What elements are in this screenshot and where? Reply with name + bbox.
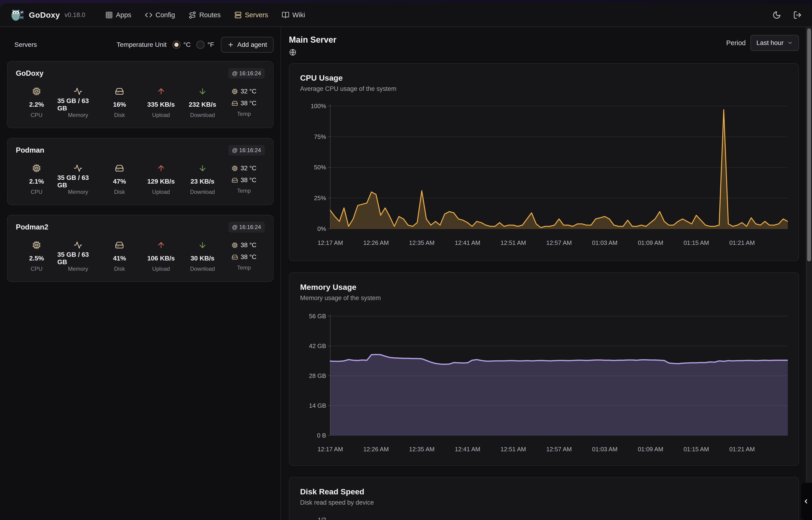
book-open-icon [282, 11, 289, 19]
servers-sidebar: Servers Temperature Unit °C °F Add agent [0, 27, 281, 520]
server-card[interactable]: Podman2 @ 16:16:24 2.5% CPU 35 GB / 63 G… [7, 215, 274, 282]
server-card[interactable]: Podman @ 16:16:24 2.1% CPU 35 GB / 63 GB… [7, 138, 274, 205]
svg-text:01:15 AM: 01:15 AM [683, 239, 709, 246]
radio-fahrenheit[interactable]: °F [196, 41, 214, 49]
disk-temp-value: 38 °C [241, 100, 256, 107]
nav-item-wiki[interactable]: Wiki [282, 11, 305, 19]
hard-drive-icon [232, 254, 238, 260]
server-card[interactable]: GoDoxy @ 16:16:24 2.2% CPU 35 GB / 63 GB… [7, 61, 274, 128]
theme-toggle-button[interactable] [773, 11, 781, 19]
svg-text:50%: 50% [314, 164, 326, 171]
add-agent-button[interactable]: Add agent [221, 37, 274, 53]
activity-icon [74, 239, 82, 251]
cpu-value: 2.5% [29, 254, 44, 262]
nav-item-config[interactable]: Config [145, 11, 175, 19]
sidebar-controls: Temperature Unit °C °F Add agent [117, 37, 274, 53]
stat-memory: 35 GB / 63 GB Memory [57, 86, 99, 119]
svg-text:12:51 AM: 12:51 AM [501, 239, 526, 246]
server-card-header: Podman2 @ 16:16:24 [16, 222, 265, 233]
svg-text:12:57 AM: 12:57 AM [547, 239, 572, 246]
svg-text:14 GB: 14 GB [309, 402, 326, 409]
arrow-up-icon [157, 86, 166, 97]
stat-download: 23 KB/s Download [182, 163, 223, 195]
main-header-left: Main Server [289, 35, 336, 57]
memory-label: Memory [68, 112, 88, 119]
cpu-usage-title: CPU Usage [300, 73, 788, 82]
stat-download: 232 KB/s Download [182, 86, 223, 119]
cpu-chip-icon [32, 86, 41, 97]
download-value: 232 KB/s [189, 101, 216, 109]
svg-text:0 B: 0 B [317, 432, 326, 439]
cpu-chip-icon [232, 88, 238, 95]
svg-text:12:17 AM: 12:17 AM [317, 446, 343, 453]
route-icon [189, 11, 196, 19]
cpu-value: 2.2% [29, 101, 44, 109]
disk-value: 47% [113, 178, 126, 185]
main-nav: Apps Config Routes Servers Wiki [105, 11, 305, 19]
svg-text:12:51 AM: 12:51 AM [501, 446, 526, 453]
arrow-down-icon [198, 239, 207, 251]
server-stats: 2.5% CPU 35 GB / 63 GB Memory 41% Disk [16, 239, 265, 272]
disk-label: Disk [114, 189, 125, 195]
scrollbar-track [806, 27, 812, 520]
nav-item-routes[interactable]: Routes [189, 11, 221, 19]
servers-icon [234, 11, 242, 19]
cpu-temp-row: 32 °C [232, 86, 256, 97]
memory-usage-chart: 0 B14 GB28 GB42 GB56 GB12:17 AM12:26 AM1… [300, 311, 788, 456]
svg-text:01:03 AM: 01:03 AM [592, 239, 618, 246]
server-name: Podman2 [16, 223, 49, 231]
scrollbar-thumb[interactable] [807, 28, 811, 261]
server-stats: 2.1% CPU 35 GB / 63 GB Memory 47% Disk [16, 163, 265, 195]
upload-label: Upload [152, 112, 170, 119]
chart-card-list: CPU Usage Average CPU usage of the syste… [281, 57, 806, 520]
godoxy-logo [10, 8, 25, 21]
download-label: Download [190, 112, 215, 119]
disk-temp-value: 38 °C [241, 177, 256, 184]
server-updated-badge: @ 16:16:24 [228, 222, 265, 233]
disk-temp-value: 38 °C [241, 254, 256, 261]
stat-disk: 41% Disk [99, 239, 140, 272]
server-name: GoDoxy [16, 69, 44, 78]
server-card-header: Podman @ 16:16:24 [16, 145, 265, 156]
arrow-down-icon [198, 163, 207, 174]
disk-label: Disk [114, 112, 125, 119]
stat-disk: 16% Disk [99, 86, 140, 119]
period-select[interactable]: Last hour [750, 35, 799, 51]
svg-text:01:21 AM: 01:21 AM [729, 446, 755, 453]
cpu-label: CPU [31, 112, 43, 119]
stat-temp: 38 °C 38 °C Temp [223, 239, 265, 272]
cpu-temp-value: 32 °C [241, 165, 256, 172]
radio-celsius[interactable]: °C [172, 41, 191, 49]
brand-version: v0.18.0 [64, 11, 85, 19]
nav-item-apps[interactable]: Apps [105, 11, 131, 19]
activity-icon [74, 86, 82, 97]
moon-icon [773, 11, 781, 19]
stat-cpu: 2.2% CPU [16, 86, 57, 119]
disk-read-speed-title: Disk Read Speed [300, 487, 788, 496]
app-window: GoDoxy v0.18.0 Apps Config Routes Server… [0, 3, 812, 520]
arrow-up-icon [157, 163, 166, 174]
server-updated-badge: @ 16:16:24 [228, 68, 265, 79]
memory-usage-card: Memory Usage Memory usage of the system … [289, 272, 799, 466]
sidebar-title: Servers [15, 41, 37, 49]
temp-label: Temp [237, 187, 251, 194]
page-title: Main Server [289, 35, 336, 45]
main-header: Main Server Period Last hour [281, 27, 806, 57]
cpu-usage-subtitle: Average CPU usage of the system [300, 85, 788, 93]
server-name: Podman [16, 146, 44, 154]
logout-button[interactable] [793, 11, 802, 19]
server-card-list: GoDoxy @ 16:16:24 2.2% CPU 35 GB / 63 GB… [0, 61, 281, 282]
upload-value: 129 KB/s [147, 178, 175, 185]
upload-label: Upload [152, 189, 170, 195]
svg-text:12:41 AM: 12:41 AM [455, 446, 480, 453]
main-panel: Main Server Period Last hour CPU Usage [281, 27, 806, 520]
arrow-up-icon [157, 239, 166, 251]
panel-collapse-tab[interactable] [801, 483, 812, 520]
download-value: 30 KB/s [190, 254, 215, 262]
memory-usage-subtitle: Memory usage of the system [300, 294, 788, 302]
grid-icon [105, 11, 113, 19]
nav-item-servers[interactable]: Servers [234, 11, 268, 19]
cpu-usage-chart: 0%25%50%75%100%12:17 AM12:26 AM12:35 AM1… [300, 102, 788, 251]
brand: GoDoxy v0.18.0 [10, 8, 85, 21]
activity-icon [74, 163, 82, 174]
